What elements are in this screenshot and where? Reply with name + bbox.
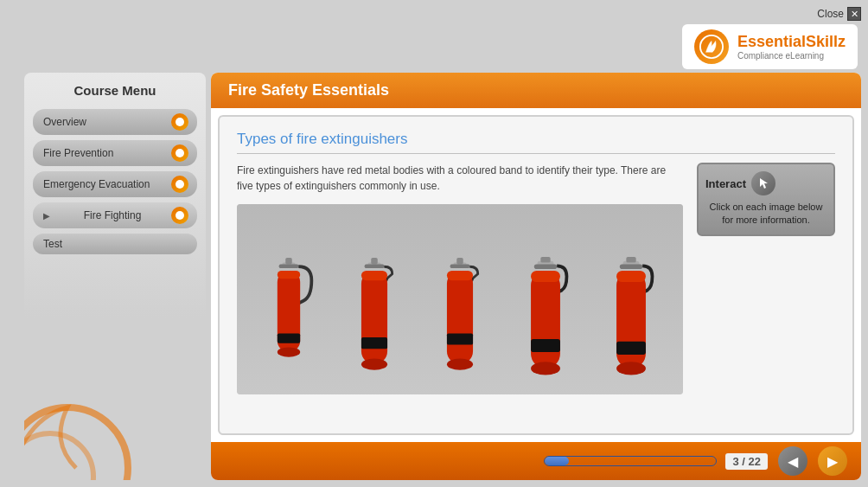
svg-rect-8 bbox=[277, 271, 299, 279]
svg-rect-31 bbox=[531, 271, 560, 282]
svg-rect-23 bbox=[447, 271, 473, 364]
svg-rect-20 bbox=[456, 258, 463, 265]
extinguisher-area bbox=[237, 204, 683, 394]
svg-rect-30 bbox=[531, 271, 560, 368]
page-info: 3 / 22 bbox=[725, 453, 768, 470]
svg-rect-15 bbox=[361, 271, 387, 364]
header-area: EssentialSkillz Compliance eLearning bbox=[24, 24, 861, 69]
progress-bar-fill bbox=[545, 457, 569, 465]
sidebar-item-emergency-evacuation[interactable]: Emergency Evacuation bbox=[33, 171, 197, 197]
interact-header: Interact bbox=[705, 171, 827, 195]
main-content: Fire Safety Essentials Types of fire ext… bbox=[211, 73, 861, 480]
sidebar-item-fire-fighting-label: Fire Fighting bbox=[84, 209, 142, 221]
sidebar-item-test-label: Test bbox=[43, 238, 62, 250]
svg-point-18 bbox=[361, 359, 387, 370]
sidebar-item-fire-fighting[interactable]: ▶ Fire Fighting bbox=[33, 202, 197, 228]
logo-area: EssentialSkillz Compliance eLearning bbox=[682, 24, 858, 69]
interact-cursor-icon bbox=[751, 171, 775, 195]
sidebar-item-overview-label: Overview bbox=[43, 116, 86, 128]
svg-rect-4 bbox=[285, 258, 292, 265]
previous-button[interactable]: ◀ bbox=[778, 446, 807, 476]
extinguisher-5[interactable] bbox=[597, 256, 666, 394]
svg-point-10 bbox=[277, 347, 299, 356]
svg-point-40 bbox=[616, 362, 646, 375]
svg-rect-13 bbox=[364, 264, 384, 268]
svg-rect-21 bbox=[450, 264, 470, 268]
svg-point-26 bbox=[447, 359, 473, 370]
svg-rect-16 bbox=[361, 271, 387, 280]
svg-rect-5 bbox=[278, 264, 298, 268]
sidebar-item-fire-fighting-icon bbox=[171, 207, 188, 224]
title-bar: Fire Safety Essentials bbox=[211, 73, 861, 108]
content-body: Fire extinguishers have red metal bodies… bbox=[237, 163, 835, 420]
sidebar-item-emergency-evacuation-icon bbox=[171, 176, 188, 193]
sidebar-item-fire-prevention[interactable]: Fire Prevention bbox=[33, 140, 197, 166]
content-description: Fire extinguishers have red metal bodies… bbox=[237, 163, 683, 194]
sidebar: Course Menu Overview Fire Prevention Eme… bbox=[24, 73, 206, 480]
svg-rect-9 bbox=[277, 333, 299, 343]
content-panel: Types of fire extinguishers Fire extingu… bbox=[218, 115, 854, 435]
sidebar-item-overview-icon bbox=[171, 113, 188, 131]
svg-rect-24 bbox=[447, 271, 473, 280]
progress-bar-background bbox=[544, 456, 717, 466]
sidebar-item-fire-fighting-arrow: ▶ bbox=[43, 211, 50, 221]
title-bar-text: Fire Safety Essentials bbox=[228, 81, 389, 99]
main-container: EssentialSkillz Compliance eLearning Cou… bbox=[24, 24, 861, 480]
extinguisher-3[interactable] bbox=[425, 256, 495, 394]
sidebar-item-fire-prevention-label: Fire Prevention bbox=[43, 147, 113, 159]
sidebar-item-fire-prevention-icon bbox=[171, 144, 188, 162]
bottom-bar: 3 / 22 ◀ ▶ bbox=[211, 442, 861, 480]
extinguisher-2[interactable] bbox=[340, 256, 409, 394]
svg-point-1 bbox=[24, 407, 128, 480]
course-menu-title: Course Menu bbox=[24, 73, 206, 106]
section-title: Types of fire extinguishers bbox=[237, 131, 835, 154]
logo-text: EssentialSkillz Compliance eLearning bbox=[737, 33, 846, 61]
svg-rect-38 bbox=[616, 271, 646, 282]
sidebar-item-overview[interactable]: Overview bbox=[33, 109, 197, 135]
extinguisher-1[interactable] bbox=[254, 256, 323, 394]
svg-rect-35 bbox=[627, 257, 636, 263]
close-icon[interactable]: ✕ bbox=[847, 7, 861, 21]
logo-subtitle: Compliance eLearning bbox=[737, 51, 846, 61]
svg-rect-36 bbox=[620, 264, 642, 269]
progress-container: 3 / 22 bbox=[544, 453, 768, 470]
interact-box: Interact Click on each image below for m… bbox=[697, 163, 835, 236]
svg-rect-28 bbox=[541, 257, 551, 263]
svg-rect-32 bbox=[531, 339, 560, 352]
logo-brand-part2: Skillz bbox=[806, 33, 846, 50]
next-button[interactable]: ▶ bbox=[818, 446, 847, 476]
sidebar-item-emergency-evacuation-label: Emergency Evacuation bbox=[43, 178, 150, 190]
svg-rect-17 bbox=[361, 337, 387, 349]
svg-point-33 bbox=[531, 362, 560, 375]
interact-label: Interact bbox=[705, 177, 746, 190]
svg-rect-12 bbox=[371, 258, 378, 265]
content-text-area: Fire extinguishers have red metal bodies… bbox=[237, 163, 683, 420]
logo-brand: EssentialSkillz bbox=[737, 33, 846, 51]
sidebar-decoration bbox=[24, 330, 171, 480]
logo-brand-part1: Essential bbox=[737, 33, 806, 50]
sidebar-item-test[interactable]: Test bbox=[33, 234, 197, 254]
close-button[interactable]: Close ✕ bbox=[817, 7, 861, 21]
logo-icon bbox=[694, 29, 729, 64]
svg-rect-29 bbox=[534, 264, 557, 269]
svg-rect-25 bbox=[447, 333, 473, 344]
extinguisher-4[interactable] bbox=[511, 256, 580, 394]
content-area: Course Menu Overview Fire Prevention Eme… bbox=[24, 73, 861, 480]
svg-point-2 bbox=[24, 433, 93, 480]
close-label: Close bbox=[817, 8, 844, 20]
svg-rect-39 bbox=[616, 342, 646, 355]
interact-instruction: Click on each image below for more infor… bbox=[705, 201, 827, 227]
